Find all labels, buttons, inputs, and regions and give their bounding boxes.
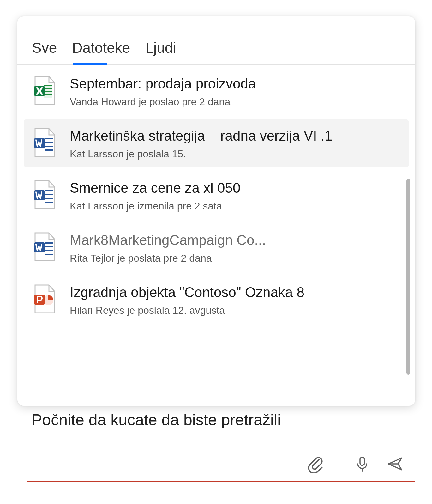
- file-item-body: Marketinška strategija – radna verzija V…: [70, 128, 401, 160]
- powerpoint-icon: [32, 284, 57, 313]
- compose-bar: [27, 447, 415, 482]
- file-item-body: Septembar: prodaja proizvoda Vanda Howar…: [70, 76, 401, 108]
- file-item-body: Smernice za cene za xl 050 Kat Larsson j…: [70, 180, 401, 212]
- separator: [339, 454, 339, 474]
- file-item-body: Izgradnja objekta "Contoso" Oznaka 8 Hil…: [70, 284, 401, 316]
- file-subtitle: Kat Larsson je izmenila pre 2 sata: [70, 200, 401, 212]
- file-item[interactable]: Smernice za cene za xl 050 Kat Larsson j…: [17, 169, 415, 222]
- app-frame: Počnite da kucate da biste pretražili Sv…: [0, 0, 432, 504]
- file-subtitle: Kat Larsson je poslala 15.: [70, 148, 401, 160]
- file-item[interactable]: Marketinška strategija – radna verzija V…: [24, 119, 409, 167]
- file-subtitle: Vanda Howard je poslao pre 2 dana: [70, 96, 401, 108]
- word-icon: [32, 232, 57, 261]
- file-title: Smernice za cene za xl 050: [70, 180, 401, 196]
- tab-files[interactable]: Datoteke: [72, 39, 130, 64]
- search-placeholder-text[interactable]: Počnite da kucate da biste pretražili: [32, 411, 281, 429]
- file-item[interactable]: Izgradnja objekta "Contoso" Oznaka 8 Hil…: [17, 274, 415, 326]
- excel-icon: [32, 76, 57, 105]
- file-item-body: Mark8MarketingCampaign Co... Rita Tejlor…: [70, 232, 401, 264]
- file-list: Septembar: prodaja proizvoda Vanda Howar…: [17, 65, 415, 406]
- tabs: Sve Datoteke Ljudi: [17, 16, 415, 65]
- attach-icon[interactable]: [306, 454, 326, 474]
- file-item[interactable]: Mark8MarketingCampaign Co... Rita Tejlor…: [17, 222, 415, 274]
- search-suggestions-panel: Sve Datoteke Ljudi Septembar: prodaja pr…: [17, 16, 415, 406]
- tab-people[interactable]: Ljudi: [145, 39, 176, 64]
- file-subtitle: Hilari Reyes je poslala 12. avgusta: [70, 305, 401, 316]
- send-icon[interactable]: [385, 454, 405, 474]
- file-title: Izgradnja objekta "Contoso" Oznaka 8: [70, 284, 401, 300]
- file-title: Septembar: prodaja proizvoda: [70, 76, 401, 92]
- mic-icon[interactable]: [352, 454, 372, 474]
- word-icon: [32, 128, 57, 157]
- scrollbar-thumb[interactable]: [406, 179, 410, 375]
- file-title: Marketinška strategija – radna verzija V…: [70, 128, 401, 144]
- file-item[interactable]: Septembar: prodaja proizvoda Vanda Howar…: [17, 65, 415, 117]
- tab-all[interactable]: Sve: [32, 39, 57, 64]
- word-icon: [32, 180, 57, 209]
- file-title: Mark8MarketingCampaign Co...: [70, 232, 401, 248]
- file-subtitle: Rita Tejlor je poslata pre 2 dana: [70, 252, 401, 264]
